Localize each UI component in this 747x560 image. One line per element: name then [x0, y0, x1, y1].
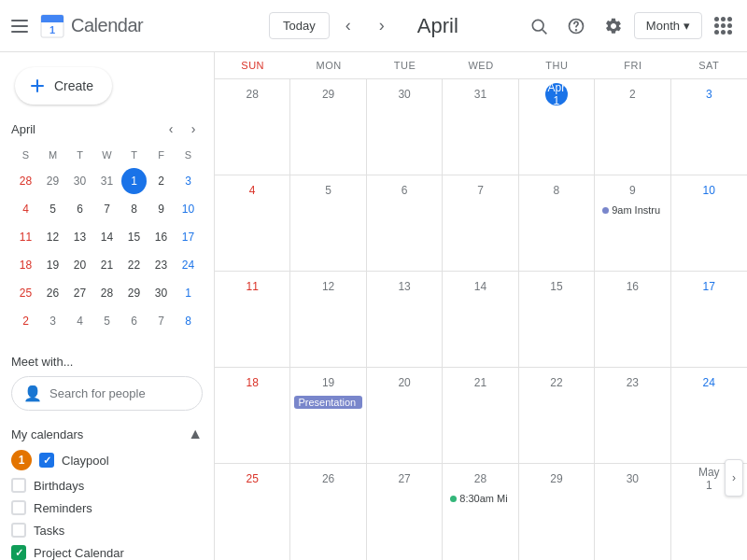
view-selector-dropdown[interactable]: Month ▾ [634, 12, 702, 39]
calendar-day[interactable]: Apr 1 [519, 79, 595, 175]
mini-cal-day[interactable]: 16 [148, 224, 174, 250]
calendar-day[interactable]: 7 [443, 175, 518, 271]
calendar-day-number[interactable]: 3 [698, 83, 720, 105]
calendar-day[interactable]: 26 [290, 464, 366, 560]
calendar-day[interactable]: 8 [519, 175, 595, 271]
mini-cal-next[interactable]: › [184, 119, 203, 138]
calendar-day[interactable]: 3 [671, 79, 747, 175]
calendar-checkbox[interactable] [11, 545, 26, 560]
calendar-day-number[interactable]: 13 [393, 275, 416, 298]
mini-cal-day[interactable]: 28 [94, 280, 120, 306]
calendar-day-number[interactable]: 9 [621, 179, 643, 202]
calendar-day[interactable]: 31 [443, 79, 518, 175]
mini-cal-day[interactable]: 9 [148, 196, 174, 222]
calendar-day-number[interactable]: 8 [545, 179, 568, 202]
calendar-day[interactable]: 28 [215, 79, 290, 175]
calendar-day-number[interactable]: 11 [241, 275, 263, 298]
mini-cal-day[interactable]: 28 [13, 168, 38, 194]
mini-cal-day[interactable]: 27 [67, 280, 92, 306]
mini-cal-day[interactable]: 7 [94, 196, 120, 222]
calendar-day-number[interactable]: 14 [469, 275, 491, 298]
calendar-item[interactable]: 1Claypool [11, 446, 203, 474]
calendar-day[interactable]: 6 [367, 175, 443, 271]
mini-cal-day[interactable]: 17 [176, 224, 201, 250]
calendar-day[interactable]: 29 [290, 79, 366, 175]
mini-cal-day[interactable]: 8 [121, 196, 147, 222]
calendar-day-number[interactable]: 19 [317, 371, 340, 394]
calendar-day-number[interactable]: 23 [621, 371, 643, 394]
calendar-checkbox[interactable] [39, 453, 54, 468]
calendar-day[interactable]: 21 [443, 368, 518, 463]
mini-cal-day[interactable]: 10 [176, 196, 201, 222]
search-button[interactable] [522, 9, 556, 43]
mini-cal-day[interactable]: 14 [94, 224, 120, 250]
mini-cal-day[interactable]: 29 [121, 280, 147, 306]
mini-cal-day[interactable]: 8 [176, 308, 201, 334]
mini-cal-day[interactable]: 6 [67, 196, 92, 222]
mini-cal-day[interactable]: 1 [121, 168, 147, 194]
calendar-day[interactable]: 15 [519, 272, 595, 367]
calendar-day-number[interactable]: May 1 [698, 468, 720, 490]
create-button[interactable]: Create [15, 67, 112, 105]
mini-cal-day[interactable]: 30 [148, 280, 174, 306]
calendar-day-number[interactable]: 30 [621, 468, 643, 490]
calendar-event[interactable]: 9am Instru [599, 203, 666, 217]
mini-cal-day[interactable]: 3 [40, 308, 65, 334]
calendar-day[interactable]: 27 [367, 464, 443, 560]
calendar-day-number[interactable]: 21 [469, 371, 491, 394]
mini-cal-day[interactable]: 12 [40, 224, 65, 250]
mini-cal-day[interactable]: 1 [176, 280, 201, 306]
calendar-event[interactable]: Presentation [294, 396, 361, 409]
calendar-day-number[interactable]: 5 [317, 179, 340, 202]
calendar-day-number[interactable]: 24 [698, 371, 720, 394]
mini-cal-day[interactable]: 26 [40, 280, 65, 306]
calendar-checkbox[interactable] [11, 523, 26, 538]
calendar-day[interactable]: 25 [215, 464, 290, 560]
calendar-day-number[interactable]: 18 [241, 371, 263, 394]
mini-cal-day[interactable]: 2 [148, 168, 174, 194]
calendar-day[interactable]: 17 [671, 272, 747, 367]
mini-cal-day[interactable]: 23 [148, 252, 174, 278]
calendar-day-number[interactable]: 26 [317, 468, 340, 490]
calendar-day-number[interactable]: 4 [241, 179, 263, 202]
calendar-day-number[interactable]: 29 [545, 468, 568, 490]
calendar-day[interactable]: 19Presentation [290, 368, 366, 463]
calendar-day[interactable]: 29 [519, 464, 595, 560]
calendar-day[interactable]: 12 [290, 272, 366, 367]
mini-cal-day[interactable]: 7 [148, 308, 174, 334]
calendar-day[interactable]: 20 [367, 368, 443, 463]
calendar-day[interactable]: 22 [519, 368, 595, 463]
scroll-button[interactable]: › [725, 459, 743, 497]
mini-cal-day[interactable]: 4 [67, 308, 92, 334]
settings-button[interactable] [597, 9, 630, 43]
calendar-day[interactable]: 5 [290, 175, 366, 271]
calendar-day-number[interactable]: 16 [621, 275, 643, 298]
calendar-day[interactable]: 30 [595, 464, 670, 560]
apps-button[interactable] [706, 9, 740, 43]
mini-cal-day[interactable]: 6 [121, 308, 147, 334]
calendar-day-number[interactable]: 25 [241, 468, 263, 490]
mini-cal-day[interactable]: 2 [13, 308, 38, 334]
mini-cal-day[interactable]: 4 [13, 196, 38, 222]
mini-cal-day[interactable]: 18 [13, 252, 38, 278]
calendar-day-number[interactable]: 28 [241, 83, 263, 105]
calendar-event[interactable]: 8:30am Mi [446, 492, 514, 505]
prev-month-button[interactable]: ‹ [333, 11, 363, 41]
calendar-day[interactable]: 11 [215, 272, 290, 367]
calendar-day[interactable]: 288:30am Mi [443, 464, 518, 560]
calendar-day-number[interactable]: 28 [469, 468, 491, 490]
mini-cal-day[interactable]: 15 [121, 224, 147, 250]
calendar-day-number[interactable]: 29 [317, 83, 340, 105]
calendar-day-number[interactable]: 31 [469, 83, 491, 105]
calendar-day[interactable]: 99am Instru [595, 175, 670, 271]
today-button[interactable]: Today [269, 12, 330, 39]
mini-cal-day[interactable]: 20 [67, 252, 92, 278]
next-month-button[interactable]: › [367, 11, 397, 41]
calendar-day-number[interactable]: 15 [545, 275, 568, 298]
calendar-item[interactable]: Project Calendar [11, 541, 203, 560]
calendar-checkbox[interactable] [11, 500, 26, 515]
calendar-day[interactable]: 2 [595, 79, 670, 175]
mini-cal-day[interactable]: 13 [67, 224, 92, 250]
calendar-day[interactable]: 13 [367, 272, 443, 367]
calendar-item[interactable]: Birthdays [11, 474, 203, 497]
